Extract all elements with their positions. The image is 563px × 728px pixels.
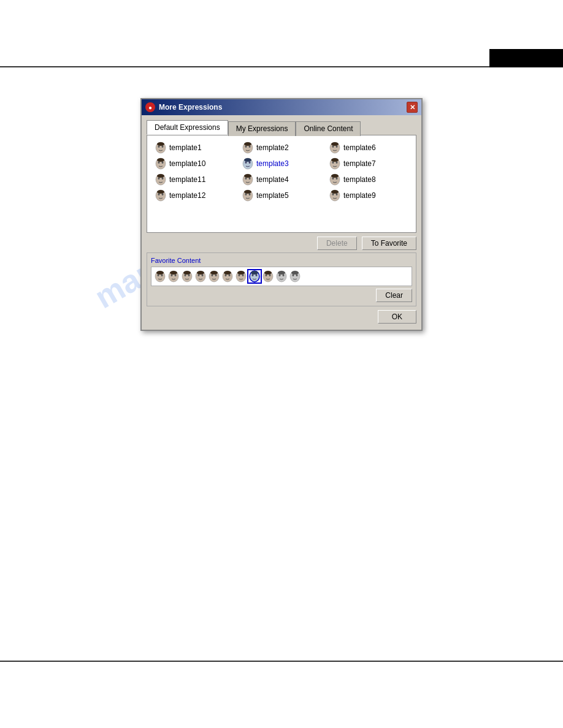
svg-point-47 bbox=[331, 190, 339, 194]
tab-default-expressions[interactable]: Default Expressions bbox=[147, 120, 228, 135]
svg-point-7 bbox=[244, 142, 251, 146]
dialog-body: Default Expressions My Expressions Onlin… bbox=[142, 115, 421, 330]
svg-point-51 bbox=[156, 271, 164, 275]
clear-button-row: Clear bbox=[151, 289, 412, 302]
template-label: template5 bbox=[256, 191, 289, 200]
list-item[interactable]: template9 bbox=[326, 188, 411, 203]
face-icon bbox=[329, 173, 341, 186]
list-item[interactable]: template3 bbox=[239, 156, 324, 171]
face-icon bbox=[155, 142, 167, 154]
favorite-face-icon[interactable] bbox=[181, 270, 193, 282]
svg-point-83 bbox=[264, 271, 272, 275]
tab-online-content[interactable]: Online Content bbox=[296, 121, 361, 136]
template-content-area: template1 template2 bbox=[147, 135, 416, 233]
svg-point-35 bbox=[331, 174, 339, 178]
face-icon bbox=[329, 157, 341, 170]
face-icon bbox=[155, 157, 167, 170]
top-divider bbox=[0, 66, 563, 67]
svg-point-27 bbox=[157, 174, 164, 178]
delete-button[interactable]: Delete bbox=[317, 237, 357, 250]
list-item[interactable]: template11 bbox=[152, 172, 237, 187]
svg-point-79 bbox=[251, 271, 258, 275]
template-label: template10 bbox=[169, 159, 205, 168]
list-item[interactable]: template4 bbox=[239, 172, 324, 187]
clear-button[interactable]: Clear bbox=[376, 289, 412, 302]
svg-point-3 bbox=[157, 142, 164, 146]
face-icon bbox=[242, 157, 254, 170]
svg-point-31 bbox=[244, 174, 251, 178]
favorite-face-icon[interactable] bbox=[154, 270, 166, 282]
title-bar-left: ● More Expressions bbox=[145, 102, 222, 112]
favorite-face-icon[interactable] bbox=[221, 270, 234, 282]
favorite-face-icon[interactable] bbox=[289, 270, 301, 282]
svg-point-43 bbox=[244, 190, 251, 194]
template-label: template3 bbox=[256, 159, 289, 168]
face-icon bbox=[242, 142, 254, 154]
action-button-row: Delete To Favorite bbox=[147, 233, 416, 252]
template-grid: template1 template2 bbox=[152, 140, 411, 203]
svg-point-11 bbox=[331, 142, 339, 146]
title-bar: ● More Expressions ✕ bbox=[142, 99, 421, 115]
favorite-label: Favorite Content bbox=[151, 257, 412, 264]
dialog-overlay: ● More Expressions ✕ Default Expressions… bbox=[140, 98, 423, 331]
template-label: template4 bbox=[256, 175, 289, 184]
face-icon bbox=[155, 173, 167, 186]
face-icon bbox=[329, 189, 341, 202]
template-label: template6 bbox=[343, 143, 376, 152]
dialog-title: More Expressions bbox=[159, 103, 222, 112]
svg-point-15 bbox=[157, 158, 164, 162]
template-label: template1 bbox=[169, 143, 202, 152]
svg-point-55 bbox=[170, 271, 177, 275]
svg-point-63 bbox=[197, 271, 204, 275]
favorite-face-icon[interactable] bbox=[235, 270, 247, 282]
list-item[interactable]: template8 bbox=[326, 172, 411, 187]
list-item[interactable]: template7 bbox=[326, 156, 411, 171]
favorite-face-icon-selected[interactable] bbox=[248, 270, 261, 282]
template-label: template11 bbox=[169, 175, 205, 184]
svg-point-59 bbox=[183, 271, 191, 275]
svg-point-75 bbox=[237, 271, 245, 275]
svg-point-23 bbox=[331, 158, 339, 162]
more-expressions-dialog: ● More Expressions ✕ Default Expressions… bbox=[140, 98, 423, 331]
tab-bar: Default Expressions My Expressions Onlin… bbox=[147, 120, 416, 135]
favorite-face-icon[interactable] bbox=[194, 270, 207, 282]
favorite-section: Favorite Content bbox=[147, 252, 416, 306]
top-right-block bbox=[489, 49, 563, 67]
tab-my-expressions[interactable]: My Expressions bbox=[228, 121, 296, 136]
template-label: template2 bbox=[256, 143, 289, 152]
svg-point-87 bbox=[278, 271, 285, 275]
template-label: template12 bbox=[169, 191, 205, 200]
face-icon bbox=[242, 189, 254, 202]
favorite-face-icon[interactable] bbox=[167, 270, 180, 282]
favorite-strip bbox=[151, 267, 412, 286]
list-item[interactable]: template12 bbox=[152, 188, 237, 203]
face-icon bbox=[329, 142, 341, 154]
title-icon: ● bbox=[145, 102, 155, 112]
svg-point-19 bbox=[244, 158, 251, 162]
svg-point-91 bbox=[291, 271, 299, 275]
list-item[interactable]: template2 bbox=[239, 140, 324, 155]
ok-button-row: OK bbox=[147, 306, 416, 325]
favorite-face-icon[interactable] bbox=[275, 270, 288, 282]
template-label: template8 bbox=[343, 175, 376, 184]
template-label: template9 bbox=[343, 191, 376, 200]
svg-point-67 bbox=[210, 271, 218, 275]
svg-point-39 bbox=[157, 190, 164, 194]
favorite-face-icon[interactable] bbox=[208, 270, 220, 282]
face-icon bbox=[155, 189, 167, 202]
svg-point-71 bbox=[224, 271, 231, 275]
favorite-face-icon[interactable] bbox=[262, 270, 274, 282]
list-item[interactable]: template10 bbox=[152, 156, 237, 171]
face-icon bbox=[242, 173, 254, 186]
to-favorite-button[interactable]: To Favorite bbox=[362, 237, 416, 250]
list-item[interactable]: template1 bbox=[152, 140, 237, 155]
bottom-divider bbox=[0, 661, 563, 662]
list-item[interactable]: template5 bbox=[239, 188, 324, 203]
template-label: template7 bbox=[343, 159, 376, 168]
close-button[interactable]: ✕ bbox=[407, 102, 418, 113]
ok-button[interactable]: OK bbox=[378, 310, 416, 324]
list-item[interactable]: template6 bbox=[326, 140, 411, 155]
